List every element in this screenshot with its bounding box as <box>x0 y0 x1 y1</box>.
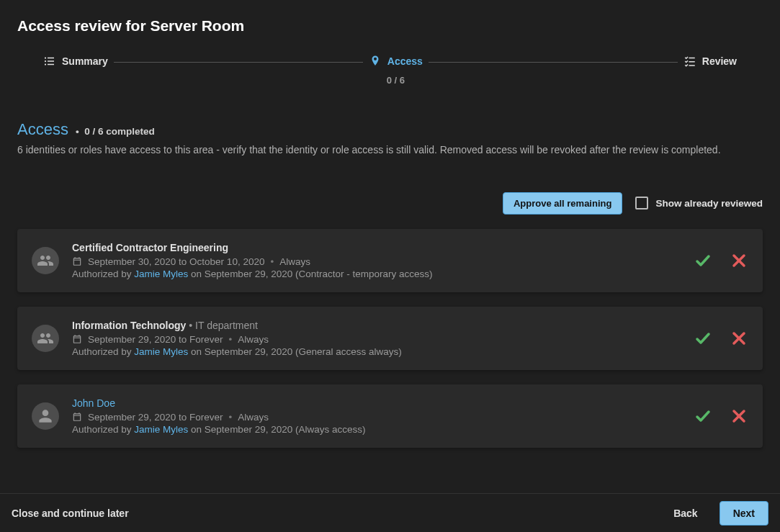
item-date-range: September 29, 2020 to Forever <box>88 334 223 345</box>
item-title: Certified Contractor Engineering <box>72 242 681 253</box>
item-schedule: Always <box>238 412 269 423</box>
approve-all-button[interactable]: Approve all remaining <box>503 192 623 215</box>
page-title: Access review for Server Room <box>17 17 763 35</box>
item-date-range: September 30, 2020 to October 10, 2020 <box>88 256 264 267</box>
step-summary[interactable]: Summary <box>43 55 108 68</box>
bulk-actions: Approve all remaining Show already revie… <box>0 163 780 223</box>
svg-point-4 <box>45 63 46 65</box>
access-item: Information Technology • IT departmentSe… <box>17 307 763 370</box>
item-date-range: September 29, 2020 to Forever <box>88 412 223 423</box>
svg-rect-8 <box>689 65 694 66</box>
identity-link[interactable]: John Doe <box>72 397 115 409</box>
group-icon <box>32 247 59 274</box>
item-body: Information Technology • IT departmentSe… <box>72 320 681 357</box>
authorizer-link[interactable]: Jamie Myles <box>134 269 188 279</box>
footer: Close and continue later Back Next <box>0 493 780 532</box>
section-title: Access <box>17 120 68 139</box>
approve-button[interactable] <box>694 407 712 425</box>
page-header: Access review for Server Room <box>0 0 780 43</box>
checklist-icon <box>683 55 696 68</box>
item-actions <box>694 251 748 270</box>
access-item: Certified Contractor EngineeringSeptembe… <box>17 229 763 292</box>
authorizer-link[interactable]: Jamie Myles <box>134 424 188 435</box>
reject-button[interactable] <box>730 329 748 348</box>
item-subtitle: • IT department <box>186 320 258 331</box>
svg-rect-1 <box>48 58 54 59</box>
item-schedule-line: September 29, 2020 to Forever•Always <box>72 334 681 345</box>
reject-button[interactable] <box>730 251 748 270</box>
item-actions <box>694 407 748 425</box>
show-reviewed-label: Show already reviewed <box>655 198 763 209</box>
pin-icon <box>369 55 382 68</box>
list-icon <box>43 55 56 68</box>
step-access-count: 0 / 6 <box>387 75 405 86</box>
access-item: John DoeSeptember 29, 2020 to Forever•Al… <box>17 384 763 448</box>
back-button[interactable]: Back <box>663 502 707 525</box>
item-title: John Doe <box>72 397 681 409</box>
item-body: Certified Contractor EngineeringSeptembe… <box>72 242 681 279</box>
step-review[interactable]: Review <box>683 55 737 68</box>
item-actions <box>694 329 748 348</box>
item-schedule-line: September 29, 2020 to Forever•Always <box>72 412 681 423</box>
item-title: Information Technology • IT department <box>72 320 681 331</box>
section-progress: • 0 / 6 completed <box>76 126 155 137</box>
svg-point-0 <box>45 57 46 58</box>
group-icon <box>32 325 59 352</box>
item-schedule: Always <box>279 256 310 267</box>
approve-button[interactable] <box>694 251 712 270</box>
content-scroll[interactable]: Access • 0 / 6 completed 6 identities or… <box>0 91 780 493</box>
item-authorization: Authorized by Jamie Myles on September 2… <box>72 269 681 279</box>
person-icon <box>32 402 59 430</box>
access-items-list: Certified Contractor EngineeringSeptembe… <box>0 223 780 462</box>
stepper-divider <box>114 62 363 63</box>
svg-rect-6 <box>689 58 694 59</box>
item-schedule-line: September 30, 2020 to October 10, 2020•A… <box>72 256 681 267</box>
svg-rect-3 <box>48 60 54 62</box>
stepper-divider <box>429 62 678 63</box>
item-body: John DoeSeptember 29, 2020 to Forever•Al… <box>72 397 681 435</box>
step-access[interactable]: Access 0 / 6 <box>369 55 423 86</box>
item-schedule: Always <box>238 334 269 345</box>
checkbox-icon <box>635 197 648 209</box>
step-label: Access <box>387 55 423 67</box>
stepper: Summary Access 0 / 6 Review <box>0 43 780 91</box>
reject-button[interactable] <box>730 407 748 425</box>
item-authorization: Authorized by Jamie Myles on September 2… <box>72 346 681 357</box>
section-description: 6 identities or roles have access to thi… <box>17 143 763 158</box>
close-continue-link[interactable]: Close and continue later <box>12 508 129 519</box>
svg-rect-5 <box>48 64 54 66</box>
show-reviewed-toggle[interactable]: Show already reviewed <box>635 197 763 209</box>
approve-button[interactable] <box>694 329 712 348</box>
svg-point-2 <box>45 60 46 62</box>
step-label: Summary <box>62 55 108 67</box>
authorizer-link[interactable]: Jamie Myles <box>134 346 188 357</box>
next-button[interactable]: Next <box>720 501 768 526</box>
section-header: Access • 0 / 6 completed 6 identities or… <box>0 91 780 163</box>
step-label: Review <box>702 55 737 67</box>
item-authorization: Authorized by Jamie Myles on September 2… <box>72 424 681 435</box>
svg-rect-7 <box>689 61 694 63</box>
